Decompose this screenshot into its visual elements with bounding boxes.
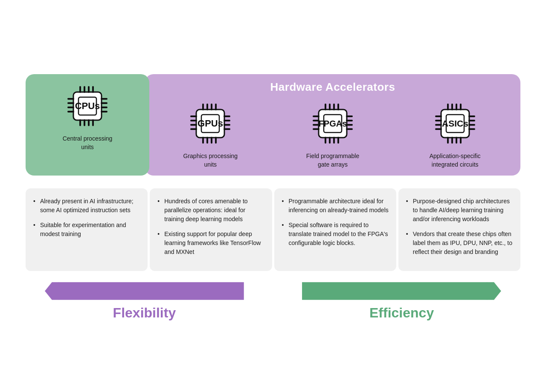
asic-column: ASICs Application-specificintegrated cir… [396, 100, 514, 169]
cpu-bullet-2: Suitable for experimentation and modest … [33, 221, 140, 239]
fpga-bullet-1: Programmable architecture ideal for infe… [282, 197, 389, 215]
svg-text:ASICs: ASICs [442, 118, 468, 128]
cpu-column: CPUs Central processingunits [26, 74, 149, 175]
asic-bullet-1: Purpose-designed chip architectures to h… [406, 197, 513, 224]
gpu-column: GPUs Graphics processingunits [151, 100, 270, 169]
svg-text:CPUs: CPUs [75, 101, 100, 111]
cpu-chip-icon: CPUs [64, 83, 111, 130]
fpga-column: FPGAs Field programmablegate arrays [274, 100, 392, 169]
asic-label: Application-specificintegrated circuits [430, 152, 481, 169]
svg-text:GPUs: GPUs [197, 118, 223, 129]
gpu-bullet-1: Hundreds of cores amenable to paralleliz… [157, 197, 264, 224]
svg-marker-76 [45, 282, 244, 300]
gpu-label: Graphics processingunits [183, 152, 238, 169]
flexibility-arrow: Flexibility [26, 280, 263, 321]
cpu-bullet-box: Already present in AI infrastructure; so… [26, 188, 148, 271]
flexibility-label: Flexibility [26, 305, 263, 321]
cpu-bullet-1: Already present in AI infrastructure; so… [33, 197, 140, 215]
efficiency-label: Efficiency [283, 305, 520, 321]
main-container: CPUs Central processingunits Hardware Ac… [17, 66, 529, 326]
hardware-cols: GPUs Graphics processingunits [151, 100, 514, 169]
top-section: CPUs Central processingunits Hardware Ac… [26, 74, 520, 175]
asic-bullet-2: Vendors that create these chips often la… [406, 230, 513, 257]
svg-text:FPGAs: FPGAs [319, 119, 347, 128]
svg-marker-78 [302, 282, 501, 300]
fpga-chip-icon: FPGAs [309, 100, 356, 147]
efficiency-arrow: Efficiency [283, 280, 520, 321]
asic-bullet-box: Purpose-designed chip architectures to h… [398, 188, 520, 271]
arrows-section: Flexibility Efficiency [26, 284, 520, 318]
gpu-bullet-box: Hundreds of cores amenable to paralleliz… [150, 188, 272, 271]
gpu-chip-icon: GPUs [187, 100, 234, 147]
fpga-bullet-2: Special software is required to translat… [282, 221, 389, 248]
cpu-label: Central processingunits [63, 135, 113, 151]
gpu-bullet-2: Existing support for popular deep learni… [157, 230, 264, 257]
fpga-label: Field programmablegate arrays [306, 152, 360, 169]
asic-chip-icon: ASICs [432, 100, 479, 147]
fpga-bullet-box: Programmable architecture ideal for infe… [274, 188, 396, 271]
middle-section: Already present in AI infrastructure; so… [26, 188, 520, 271]
hardware-accelerators-title: Hardware Accelerators [151, 81, 514, 94]
flexibility-arrow-svg [26, 280, 263, 302]
efficiency-arrow-svg [283, 280, 520, 302]
hardware-accelerators-section: Hardware Accelerators [145, 74, 520, 175]
